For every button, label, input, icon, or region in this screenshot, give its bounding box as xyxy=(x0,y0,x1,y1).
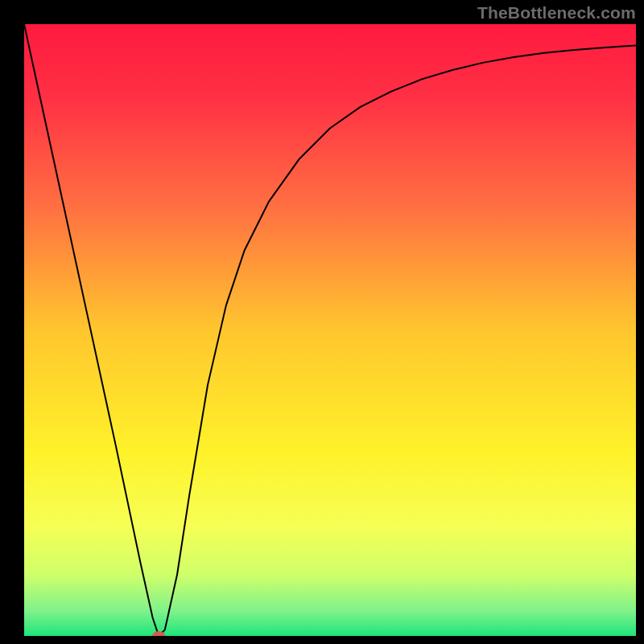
chart-svg xyxy=(0,0,644,644)
plot-background xyxy=(24,24,636,636)
attribution-text: TheBottleneck.com xyxy=(477,3,636,23)
chart-container: TheBottleneck.com xyxy=(0,0,644,644)
